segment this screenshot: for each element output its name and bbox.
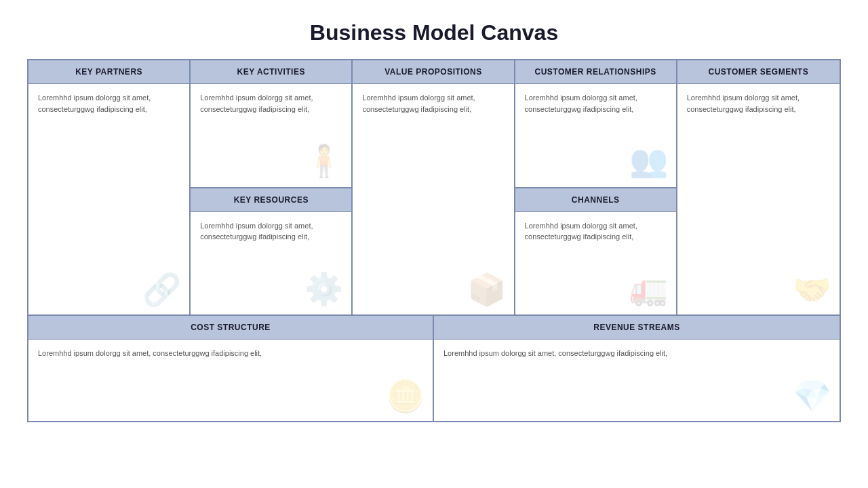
- channels-icon: 🚛: [629, 270, 668, 307]
- customer-relationships-body: Loremhhd ipsum dolorgg sit amet, consect…: [515, 84, 676, 186]
- key-partners-icon: 🔗: [142, 271, 181, 308]
- page-title: Business Model Canvas: [310, 20, 558, 45]
- canvas-container: KEY PARTNERS Loremhhd ipsum dolorgg sit …: [27, 59, 841, 422]
- channels-cell: CHANNELS Loremhhd ipsum dolorgg sit amet…: [515, 188, 676, 315]
- canvas-bottom-row: COST STRUCTURE Loremhhd ipsum dolorgg si…: [28, 316, 840, 421]
- key-resources-header: KEY RESOURCES: [191, 188, 351, 212]
- cost-structure-icon: 🪙: [386, 378, 425, 414]
- cost-structure-body: Loremhhd ipsum dolorgg sit amet, consect…: [28, 340, 433, 421]
- channels-text: Loremhhd ipsum dolorgg sit amet, consect…: [525, 220, 667, 243]
- revenue-streams-header: REVENUE STREAMS: [434, 316, 840, 340]
- customer-relationships-header: CUSTOMER RELATIONSHIPS: [515, 60, 676, 84]
- key-activities-body: Loremhhd ipsum dolorgg sit amet, consect…: [191, 84, 351, 186]
- key-partners-header: KEY PARTNERS: [28, 60, 189, 84]
- key-activities-cell: KEY ACTIVITIES Loremhhd ipsum dolorgg si…: [191, 60, 351, 188]
- customer-segments-text: Loremhhd ipsum dolorgg sit amet, consect…: [687, 92, 830, 115]
- key-activities-header: KEY ACTIVITIES: [191, 60, 351, 84]
- value-propositions-body: Loremhhd ipsum dolorgg sit amet, consect…: [353, 84, 513, 314]
- canvas-top-row: KEY PARTNERS Loremhhd ipsum dolorgg sit …: [28, 60, 840, 316]
- key-partners-cell: KEY PARTNERS Loremhhd ipsum dolorgg sit …: [28, 60, 191, 314]
- value-propositions-icon: 📦: [467, 271, 506, 308]
- customer-segments-cell: CUSTOMER SEGMENTS Loremhhd ipsum dolorgg…: [677, 60, 840, 314]
- customer-relationships-cell: CUSTOMER RELATIONSHIPS Loremhhd ipsum do…: [515, 60, 676, 188]
- revenue-streams-cell: REVENUE STREAMS Loremhhd ipsum dolorgg s…: [434, 316, 840, 421]
- key-resources-body: Loremhhd ipsum dolorgg sit amet, consect…: [191, 212, 351, 314]
- customer-segments-body: Loremhhd ipsum dolorgg sit amet, consect…: [677, 84, 840, 314]
- value-propositions-text: Loremhhd ipsum dolorgg sit amet, consect…: [362, 92, 504, 115]
- revenue-streams-body: Loremhhd ipsum dolorgg sit amet, consect…: [434, 340, 840, 421]
- customer-relationships-icon: 👥: [629, 142, 668, 179]
- key-activities-icon: 🧍: [304, 142, 343, 179]
- customer-segments-icon: 🤝: [793, 271, 831, 308]
- value-propositions-cell: VALUE PROPOSITIONS Loremhhd ipsum dolorg…: [353, 60, 515, 314]
- key-resources-text: Loremhhd ipsum dolorgg sit amet, consect…: [200, 220, 342, 243]
- cost-structure-text: Loremhhd ipsum dolorgg sit amet, consect…: [38, 348, 423, 359]
- customer-relationships-text: Loremhhd ipsum dolorgg sit amet, consect…: [525, 92, 667, 115]
- value-propositions-header: VALUE PROPOSITIONS: [353, 60, 513, 84]
- cost-structure-header: COST STRUCTURE: [28, 316, 433, 340]
- revenue-streams-text: Loremhhd ipsum dolorgg sit amet, consect…: [443, 348, 830, 359]
- channels-body: Loremhhd ipsum dolorgg sit amet, consect…: [515, 212, 676, 314]
- channels-header: CHANNELS: [515, 188, 676, 212]
- key-resources-cell: KEY RESOURCES Loremhhd ipsum dolorgg sit…: [191, 188, 351, 315]
- key-partners-body: Loremhhd ipsum dolorgg sit amet, consect…: [28, 84, 189, 314]
- cr-channels-column: CUSTOMER RELATIONSHIPS Loremhhd ipsum do…: [515, 60, 677, 314]
- revenue-streams-icon: 💎: [793, 378, 831, 414]
- key-activities-text: Loremhhd ipsum dolorgg sit amet, consect…: [200, 92, 342, 115]
- key-resources-icon: ⚙️: [304, 270, 343, 307]
- customer-segments-header: CUSTOMER SEGMENTS: [677, 60, 840, 84]
- key-partners-text: Loremhhd ipsum dolorgg sit amet, consect…: [38, 92, 180, 115]
- activities-resources-column: KEY ACTIVITIES Loremhhd ipsum dolorgg si…: [191, 60, 353, 314]
- cost-structure-cell: COST STRUCTURE Loremhhd ipsum dolorgg si…: [28, 316, 434, 421]
